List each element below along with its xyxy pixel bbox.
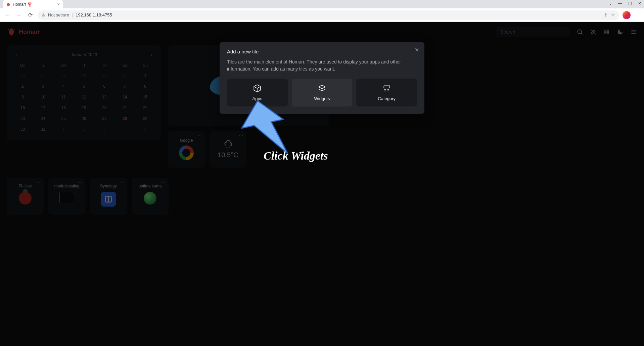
cube-icon xyxy=(253,84,262,93)
option-label: Apps xyxy=(252,96,263,101)
add-widgets-option[interactable]: Widgets xyxy=(292,79,353,106)
svg-point-0 xyxy=(7,3,10,6)
tab-bar: Homarr 🦞 × ⌄ — ▢ ✕ xyxy=(0,0,644,8)
address-bar[interactable]: ⚠ Not secure | 192.168.1.18:4755 ⇪ ☆ xyxy=(38,10,619,20)
bookmark-icon[interactable]: ☆ xyxy=(611,12,615,17)
back-button[interactable]: ← xyxy=(3,12,11,18)
reload-button[interactable]: ⟳ xyxy=(26,12,34,18)
tab-favicon-icon xyxy=(6,2,11,7)
minimize-icon[interactable]: — xyxy=(618,1,622,6)
not-secure-label: Not secure xyxy=(48,12,69,17)
close-window-icon[interactable]: ✕ xyxy=(638,1,641,6)
add-tile-modal: Add a new tile ✕ Tiles are the main elem… xyxy=(220,42,424,114)
url-text: 192.168.1.18:4755 xyxy=(76,12,112,17)
modal-title: Add a new tile xyxy=(227,49,417,54)
not-secure-icon: ⚠ xyxy=(42,13,45,17)
svg-rect-17 xyxy=(384,86,389,88)
modal-description: Tiles are the main element of Homarr. Th… xyxy=(227,58,417,73)
share-icon[interactable]: ⇪ xyxy=(604,12,608,17)
tab-title: Homarr 🦞 xyxy=(13,2,32,7)
option-label: Category xyxy=(378,96,396,101)
caret-down-icon[interactable]: ⌄ xyxy=(609,1,612,6)
window-controls: ⌄ — ▢ ✕ xyxy=(609,1,641,6)
maximize-icon[interactable]: ▢ xyxy=(628,1,632,6)
add-apps-option[interactable]: Apps xyxy=(227,79,288,106)
modal-close-button[interactable]: ✕ xyxy=(415,47,419,53)
tab-close-icon[interactable]: × xyxy=(57,2,60,7)
browser-toolbar: ← → ⟳ ⚠ Not secure | 192.168.1.18:4755 ⇪… xyxy=(0,8,644,22)
browser-chrome: Homarr 🦞 × ⌄ — ▢ ✕ ← → ⟳ ⚠ Not secure | … xyxy=(0,0,644,22)
app-root: Homarr Search ‹ January xyxy=(0,22,644,346)
browser-tab[interactable]: Homarr 🦞 × xyxy=(3,0,63,8)
option-label: Widgets xyxy=(314,96,330,101)
layers-icon xyxy=(318,84,326,93)
add-category-option[interactable]: Category xyxy=(356,79,417,106)
chrome-menu-icon[interactable]: ⋮ xyxy=(635,12,641,18)
section-icon xyxy=(382,84,391,93)
profile-avatar-icon[interactable] xyxy=(623,11,631,19)
forward-button[interactable]: → xyxy=(15,12,23,18)
